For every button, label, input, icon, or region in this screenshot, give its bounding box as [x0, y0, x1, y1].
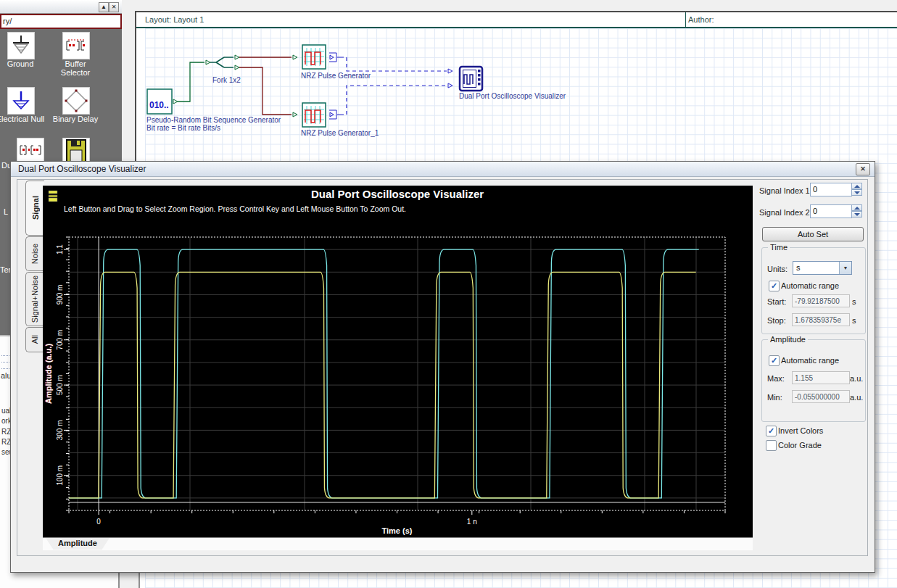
splitter[interactable]	[139, 571, 140, 588]
hidden-label-fragment: L	[4, 207, 8, 216]
svg-text:300 m: 300 m	[56, 420, 64, 440]
tab-all[interactable]: All	[25, 327, 44, 352]
svg-text:Amplitude (a.u.): Amplitude (a.u.)	[44, 344, 53, 404]
output-port-icon[interactable]	[173, 99, 178, 104]
amplitude-group-title: Amplitude	[768, 335, 808, 344]
max-label: Max:	[767, 374, 785, 383]
amplitude-group: Amplitude ✓ Automatic range Max: 1.155 a…	[761, 339, 866, 422]
output-port-icon[interactable]	[235, 65, 239, 70]
min-unit: a.u.	[850, 393, 863, 402]
color-grade-label: Color Grade	[778, 441, 822, 450]
chevron-down-icon[interactable]: ▼	[839, 262, 851, 274]
svg-text:Time (s): Time (s)	[382, 526, 413, 535]
units-select[interactable]: s ▼	[793, 261, 852, 275]
prbs-component[interactable]: 010..	[147, 89, 178, 114]
signal-index-1-label: Signal Index 1:	[759, 186, 812, 195]
close-icon[interactable]: ✕	[856, 163, 870, 175]
output-port-icon[interactable]	[329, 110, 340, 119]
signal-index-2-field[interactable]: 0	[810, 204, 852, 218]
time-group-title: Time	[768, 243, 790, 252]
library-item-label: Binary Delay	[49, 115, 102, 123]
spin-down-icon[interactable]	[851, 211, 862, 218]
output-port-icon[interactable]	[329, 53, 340, 62]
save-component-icon[interactable]	[62, 138, 90, 162]
svg-text:100 m: 100 m	[56, 465, 64, 486]
signal-index-1-stepper[interactable]	[851, 183, 862, 196]
prbs-label: Pseudo-Random Bit Sequence Generator	[146, 116, 281, 124]
floppy-disk-icon	[63, 138, 89, 162]
stop-unit: s	[852, 316, 856, 325]
invert-colors-checkbox[interactable]: ✓	[766, 426, 777, 436]
port-arrow-icon	[330, 55, 334, 59]
amplitude-auto-range-label: Automatic range	[781, 356, 839, 365]
wire-nrz2-scope[interactable]	[340, 86, 447, 115]
nrz2-component[interactable]	[302, 103, 340, 127]
auto-set-button[interactable]: Auto Set	[762, 227, 864, 241]
svg-text:Dual Port Oscilloscope Visuali: Dual Port Oscilloscope Visualizer	[311, 188, 484, 200]
close-icon[interactable]: ✕	[109, 2, 119, 12]
spin-up-icon[interactable]	[851, 183, 862, 189]
buffer-selector-component-icon[interactable]	[62, 32, 90, 59]
input-port-icon[interactable]	[448, 83, 452, 88]
svg-text:1 n: 1 n	[467, 518, 477, 526]
start-unit: s	[852, 297, 856, 306]
binary-null-icon	[17, 138, 44, 162]
spin-down-icon[interactable]	[851, 189, 862, 196]
signal-index-2-stepper[interactable]	[851, 204, 862, 218]
input-port-icon[interactable]	[293, 112, 297, 117]
plot-grabber-icon	[49, 191, 57, 202]
library-path-field[interactable]: ry/	[0, 14, 122, 29]
splitter-gap	[120, 571, 139, 588]
scope-component[interactable]	[460, 67, 482, 91]
stop-field[interactable]: 1.678359375e	[792, 313, 850, 326]
nrz1-component[interactable]	[302, 45, 340, 69]
scope-label: Dual Port Oscilloscope Visualizer	[459, 92, 566, 100]
binary-delay-component-icon[interactable]	[62, 87, 90, 115]
signal-index-1-field[interactable]: 0	[810, 183, 852, 196]
dialog-title: Dual Port Oscilloscope Visualizer	[18, 164, 146, 174]
collapse-icon[interactable]: ▲	[99, 2, 109, 12]
svg-text:Left Button and Drag to Select: Left Button and Drag to Select Zoom Regi…	[64, 204, 406, 213]
nrz1-label: NRZ Pulse Generator	[301, 72, 371, 80]
time-auto-range-label: Automatic range	[781, 281, 839, 290]
input-port-icon[interactable]	[293, 55, 297, 59]
color-grade-checkbox[interactable]	[766, 440, 777, 451]
svg-text:0: 0	[96, 518, 101, 526]
wire-nrz1-scope[interactable]	[340, 57, 447, 71]
wire-prbs-fork[interactable]	[178, 62, 204, 102]
binary-null-component-icon[interactable]	[17, 138, 44, 162]
dialog-titlebar[interactable]: Dual Port Oscilloscope Visualizer ✕	[11, 162, 875, 177]
library-item-label: Ground	[0, 59, 46, 68]
ground-icon	[8, 33, 34, 59]
prbs-sublabel: Bit rate = Bit rate Bits/s	[146, 124, 220, 132]
tab-noise[interactable]: Noise	[25, 236, 44, 271]
output-port-icon[interactable]	[235, 55, 239, 59]
min-label: Min:	[767, 393, 782, 402]
binary-delay-icon	[63, 88, 89, 114]
min-field[interactable]: -0.055000000	[792, 390, 850, 403]
fork-component[interactable]	[210, 55, 239, 70]
spin-up-icon[interactable]	[851, 204, 862, 211]
input-port-icon[interactable]	[448, 69, 452, 73]
tab-signal[interactable]: Signal	[25, 181, 44, 236]
ground-component-icon[interactable]	[7, 32, 35, 59]
electrical-null-icon	[8, 88, 34, 114]
signal-index-2-label: Signal Index 2:	[759, 208, 812, 217]
time-group: Time Units: s ▼ ✓ Automatic range Start:…	[761, 247, 866, 334]
input-port-icon[interactable]	[206, 60, 210, 65]
tab-signal-noise[interactable]: Signal+Noise	[25, 272, 44, 326]
tab-amplitude[interactable]: Amplitude	[46, 538, 109, 550]
start-label: Start:	[767, 297, 786, 306]
electrical-null-component-icon[interactable]	[7, 87, 35, 115]
oscilloscope-plot[interactable]: 01 n1.1900 m700 m500 m300 m100 mTime (s)…	[43, 186, 753, 537]
oscilloscope-dialog: Dual Port Oscilloscope Visualizer ✕ Sign…	[10, 161, 875, 573]
nrz2-label: NRZ Pulse Generator_1	[301, 129, 379, 137]
start-field[interactable]: -79.92187500	[792, 294, 850, 307]
amplitude-auto-range-checkbox[interactable]: ✓	[769, 355, 780, 366]
max-field[interactable]: 1.155	[792, 371, 850, 384]
time-auto-range-checkbox[interactable]: ✓	[769, 281, 780, 291]
svg-text:900 m: 900 m	[56, 285, 64, 305]
library-item-label: Buffer Selector	[49, 59, 102, 77]
buffer-selector-icon	[63, 33, 89, 59]
wire-fork-nrz2[interactable]	[239, 67, 292, 115]
